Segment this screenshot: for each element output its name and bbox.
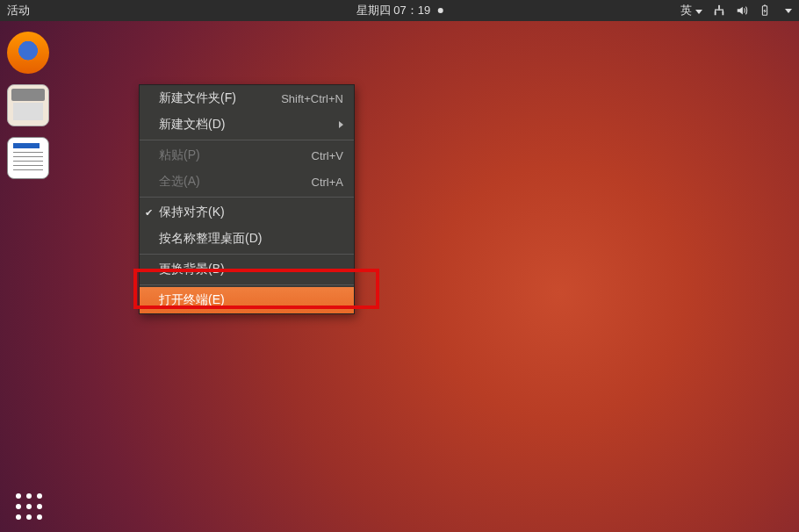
menu-item-change-background[interactable]: 更换背景(B): [140, 256, 354, 283]
menu-item-keep-aligned[interactable]: 保持对齐(K): [140, 199, 354, 226]
menu-item-select-all: 全选(A) Ctrl+A: [140, 169, 354, 195]
menu-item-label: 全选(A): [159, 174, 200, 190]
menu-separator: [140, 254, 354, 255]
submenu-arrow-icon: [339, 121, 343, 128]
menu-separator: [140, 197, 354, 198]
menu-item-accelerator: Shift+Ctrl+N: [281, 92, 343, 105]
clock[interactable]: 星期四 07：19: [356, 3, 443, 18]
ime-label: 英: [680, 4, 692, 17]
volume-icon[interactable]: [736, 4, 748, 17]
menu-item-accelerator: Ctrl+V: [312, 149, 343, 162]
chevron-down-icon: [695, 10, 702, 14]
desktop-context-menu: 新建文件夹(F) Shift+Ctrl+N 新建文档(D) 粘贴(P) Ctrl…: [139, 84, 355, 314]
menu-item-paste: 粘贴(P) Ctrl+V: [140, 142, 354, 169]
svg-rect-0: [718, 5, 720, 9]
menu-item-label: 按名称整理桌面(D): [159, 231, 262, 247]
menu-separator: [140, 284, 354, 285]
menu-item-label: 新建文件夹(F): [159, 90, 236, 106]
menu-item-label: 粘贴(P): [159, 147, 200, 163]
clock-label: 星期四 07：19: [356, 3, 431, 18]
system-menu-chevron-icon[interactable]: [785, 9, 792, 13]
menu-item-label: 更换背景(B): [159, 262, 225, 277]
files-launcher[interactable]: [7, 84, 49, 126]
menu-item-open-terminal[interactable]: 打开终端(E): [140, 287, 354, 313]
menu-item-label: 打开终端(E): [159, 292, 225, 308]
menu-separator: [140, 140, 354, 140]
show-applications-button[interactable]: [16, 493, 42, 520]
libreoffice-writer-launcher[interactable]: [7, 137, 49, 179]
top-panel: 活动 星期四 07：19 英: [0, 0, 799, 21]
menu-item-new-folder[interactable]: 新建文件夹(F) Shift+Ctrl+N: [140, 85, 354, 111]
notification-dot-icon: [437, 8, 443, 13]
menu-item-new-document[interactable]: 新建文档(D): [140, 111, 354, 138]
battery-icon[interactable]: [759, 4, 771, 17]
system-tray: 英: [680, 3, 792, 18]
network-icon[interactable]: [713, 4, 725, 17]
svg-rect-4: [764, 4, 766, 5]
firefox-launcher[interactable]: [7, 32, 49, 74]
input-method-indicator[interactable]: 英: [680, 3, 702, 18]
menu-item-label: 保持对齐(K): [159, 205, 225, 220]
menu-item-organize-by-name[interactable]: 按名称整理桌面(D): [140, 226, 354, 252]
menu-item-label: 新建文档(D): [159, 117, 225, 133]
activities-button[interactable]: 活动: [7, 3, 30, 18]
menu-item-accelerator: Ctrl+A: [312, 176, 343, 189]
launcher-dock: [0, 21, 56, 532]
